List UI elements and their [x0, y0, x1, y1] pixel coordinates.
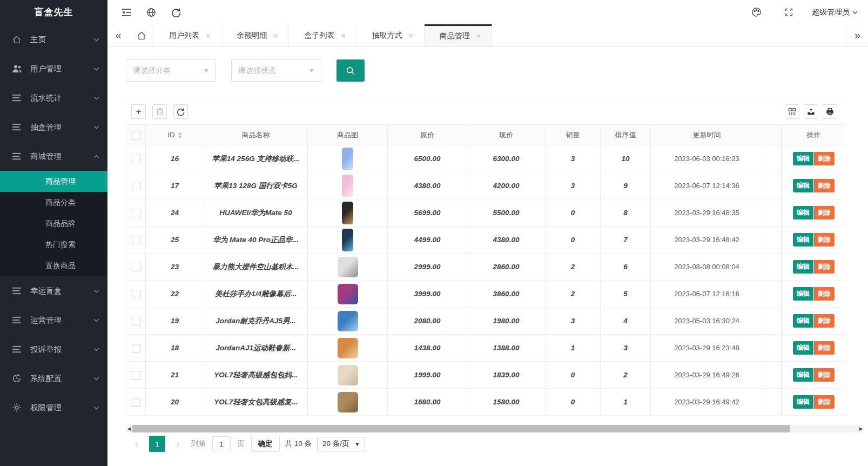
header-id[interactable]: ID: [146, 125, 204, 145]
edit-button[interactable]: 编辑: [793, 233, 813, 247]
row-checkbox[interactable]: [132, 344, 140, 352]
row-checkbox[interactable]: [132, 398, 140, 407]
sidebar-item-投诉举报[interactable]: 投诉举报: [0, 335, 107, 364]
edit-button[interactable]: 编辑: [793, 206, 813, 219]
row-checkbox[interactable]: [132, 155, 140, 163]
sidebar-item-用户管理[interactable]: 用户管理: [0, 54, 107, 83]
row-checkbox[interactable]: [132, 236, 140, 244]
export-button[interactable]: [804, 104, 818, 119]
scroll-left-arrow-icon[interactable]: ◀: [126, 425, 132, 432]
tabs-scroll-right-button[interactable]: »: [846, 24, 868, 46]
close-icon[interactable]: ×: [476, 32, 481, 41]
row-checkbox[interactable]: [132, 317, 140, 325]
sidebar-item-幸运盲盒[interactable]: 幸运盲盒: [0, 276, 107, 305]
delete-button[interactable]: 删除: [814, 206, 835, 219]
search-button[interactable]: [337, 59, 365, 82]
add-row-button[interactable]: +: [131, 104, 146, 119]
refresh-page-button[interactable]: [167, 4, 185, 21]
delete-button[interactable]: 删除: [814, 260, 835, 274]
tab-余额明细[interactable]: 余额明细×: [221, 24, 289, 46]
page-size-select[interactable]: 20 条/页 ▼: [317, 437, 365, 451]
edit-button[interactable]: 编辑: [793, 341, 813, 355]
column-settings-button[interactable]: [785, 104, 799, 119]
sidebar-item-系统配置[interactable]: 系统配置: [0, 364, 107, 393]
edit-button[interactable]: 编辑: [793, 287, 813, 301]
cell-original-price: 6500.00: [388, 145, 467, 172]
list-icon: [12, 286, 23, 296]
delete-button[interactable]: 删除: [814, 368, 835, 382]
sidebar-subitem-热门搜索[interactable]: 热门搜索: [0, 234, 107, 255]
header-price: 现价: [467, 125, 546, 145]
edit-button[interactable]: 编辑: [793, 314, 813, 328]
fullscreen-button[interactable]: [779, 4, 798, 21]
sidebar-item-运营管理[interactable]: 运营管理: [0, 305, 107, 335]
row-actions: 编辑 删除: [793, 152, 835, 165]
edit-button[interactable]: 编辑: [793, 368, 813, 382]
scroll-right-arrow-icon[interactable]: ▶: [858, 425, 864, 432]
sidebar-item-主页[interactable]: 主页: [0, 25, 107, 54]
delete-rows-button[interactable]: [152, 104, 167, 119]
close-icon[interactable]: ×: [206, 31, 210, 40]
delete-button[interactable]: 删除: [814, 179, 835, 192]
sidebar-subitem-商品分类[interactable]: 商品分类: [0, 192, 107, 213]
print-button[interactable]: [823, 104, 837, 119]
close-icon[interactable]: ×: [273, 31, 278, 40]
cell-spacer: [763, 227, 782, 254]
sidebar-subitem-商品品牌[interactable]: 商品品牌: [0, 213, 107, 234]
tab-盒子列表[interactable]: 盒子列表×: [289, 24, 356, 46]
close-icon[interactable]: ×: [341, 31, 345, 40]
goto-page-input[interactable]: [212, 436, 231, 451]
table-header-row: ID 商品名称 商品图 原价 现价 销量 排序值 更新时间 操作: [126, 125, 845, 145]
row-checkbox[interactable]: [132, 182, 140, 190]
user-menu[interactable]: 超级管理员: [812, 8, 858, 17]
horizontal-scrollbar[interactable]: ◀ ▶: [126, 425, 864, 432]
sidebar-menu: 主页用户管理流水统计抽盒管理商城管理商品管理商品分类商品品牌热门搜索置换商品幸运…: [0, 25, 107, 422]
theme-button[interactable]: [747, 4, 765, 21]
edit-button[interactable]: 编辑: [793, 260, 813, 274]
sidebar-item-抽盒管理[interactable]: 抽盒管理: [0, 112, 107, 142]
delete-button[interactable]: 删除: [814, 233, 835, 247]
category-select[interactable]: 请选择分类 ▼: [126, 59, 216, 82]
delete-button[interactable]: 删除: [814, 341, 835, 355]
status-select[interactable]: 请选择状态 ▼: [231, 59, 321, 82]
sidebar-item-流水统计[interactable]: 流水统计: [0, 83, 107, 112]
goto-confirm-button[interactable]: 确定: [251, 436, 280, 452]
collapse-sidebar-button[interactable]: [117, 4, 136, 21]
row-checkbox[interactable]: [132, 209, 140, 217]
row-checkbox[interactable]: [132, 290, 140, 298]
reload-table-button[interactable]: [173, 104, 188, 119]
tab-抽取方式[interactable]: 抽取方式×: [357, 24, 425, 46]
delete-button[interactable]: 删除: [814, 287, 835, 301]
cell-product-name: JordanAJ1运动鞋春新...: [216, 343, 296, 353]
header-sales: 销量: [546, 125, 601, 145]
sort-icon[interactable]: [178, 132, 182, 138]
tab-label: 商品管理: [440, 31, 470, 41]
home-tab[interactable]: [129, 24, 154, 46]
delete-button[interactable]: 删除: [814, 152, 835, 165]
cell-price: 6300.00: [467, 145, 546, 172]
delete-button[interactable]: 删除: [814, 395, 835, 409]
tab-用户列表[interactable]: 用户列表×: [154, 24, 221, 46]
sidebar-item-商城管理[interactable]: 商城管理: [0, 142, 107, 171]
row-checkbox[interactable]: [132, 263, 140, 271]
delete-button[interactable]: 删除: [814, 314, 835, 328]
cell-updated-time: 2023-06-03 00:16:23: [674, 155, 739, 163]
row-checkbox[interactable]: [132, 371, 140, 380]
sidebar-subitem-商品管理[interactable]: 商品管理: [0, 171, 107, 192]
page-1-button[interactable]: 1: [149, 436, 165, 452]
select-all-checkbox[interactable]: [132, 131, 140, 139]
edit-button[interactable]: 编辑: [793, 395, 813, 409]
tab-商品管理[interactable]: 商品管理×: [425, 24, 492, 46]
tabs-scroll-left-button[interactable]: «: [107, 24, 129, 46]
close-icon[interactable]: ×: [409, 31, 413, 40]
sidebar-subitem-置换商品[interactable]: 置换商品: [0, 255, 107, 276]
edit-button[interactable]: 编辑: [793, 179, 813, 192]
edit-button[interactable]: 编辑: [793, 152, 813, 165]
trash-icon: [156, 108, 164, 116]
sidebar-item-权限管理[interactable]: 权限管理: [0, 393, 107, 422]
scrollbar-thumb[interactable]: [132, 425, 790, 432]
product-image: [342, 229, 353, 251]
prev-page-button[interactable]: ‹: [130, 436, 144, 452]
language-button[interactable]: [142, 4, 160, 21]
next-page-button[interactable]: ›: [171, 436, 185, 452]
